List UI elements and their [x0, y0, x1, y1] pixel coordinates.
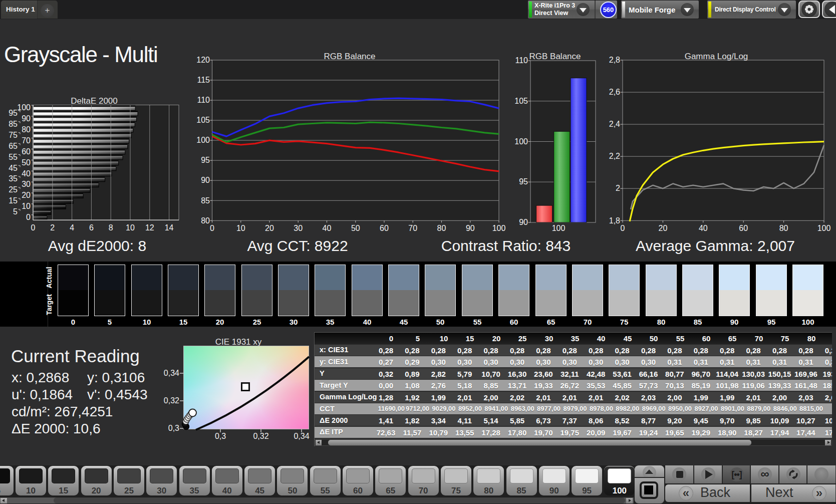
- svg-text:90: 90: [201, 176, 210, 184]
- svg-text:1,8: 1,8: [609, 216, 620, 225]
- svg-text:20: 20: [22, 191, 31, 199]
- svg-text:95: 95: [519, 177, 528, 186]
- svg-text:80: 80: [437, 224, 446, 232]
- svg-text:100: 100: [552, 224, 566, 232]
- svg-text:80: 80: [201, 216, 210, 225]
- svg-text:60: 60: [380, 224, 389, 232]
- svg-text:110: 110: [197, 96, 210, 104]
- svg-text:10: 10: [236, 224, 245, 232]
- svg-text:2: 2: [616, 184, 620, 192]
- svg-text:95: 95: [9, 109, 18, 117]
- svg-text:6: 6: [89, 223, 94, 232]
- svg-text:105: 105: [196, 116, 210, 124]
- svg-text:100: 100: [817, 224, 831, 232]
- svg-text:10: 10: [22, 202, 31, 210]
- svg-text:0,3: 0,3: [215, 432, 226, 440]
- svg-text:0,32: 0,32: [253, 432, 268, 440]
- svg-text:50: 50: [22, 158, 31, 167]
- svg-text:0,32: 0,32: [164, 396, 179, 405]
- svg-text:0,3: 0,3: [168, 424, 179, 432]
- svg-text:30: 30: [22, 180, 31, 188]
- svg-text:100: 100: [196, 136, 210, 144]
- svg-text:90: 90: [519, 218, 528, 226]
- svg-text:65: 65: [9, 142, 18, 150]
- svg-text:2,8: 2,8: [609, 56, 620, 64]
- svg-text:70: 70: [22, 136, 31, 145]
- svg-text:40: 40: [699, 224, 708, 232]
- svg-text:95: 95: [201, 156, 210, 164]
- svg-text:0: 0: [210, 224, 214, 232]
- svg-text:40: 40: [22, 169, 31, 178]
- svg-text:2,6: 2,6: [609, 88, 620, 96]
- svg-text:40: 40: [323, 224, 332, 232]
- svg-text:8: 8: [109, 223, 113, 232]
- svg-text:25: 25: [9, 185, 18, 194]
- svg-text:50: 50: [351, 224, 360, 232]
- svg-text:35: 35: [9, 174, 18, 183]
- svg-text:20: 20: [659, 224, 668, 232]
- svg-text:90: 90: [22, 114, 31, 123]
- svg-text:5: 5: [13, 207, 18, 216]
- svg-text:80: 80: [22, 125, 31, 134]
- svg-text:90: 90: [466, 224, 475, 232]
- svg-text:0: 0: [26, 213, 31, 221]
- svg-text:100: 100: [492, 224, 506, 232]
- svg-text:0,34: 0,34: [294, 432, 309, 440]
- svg-text:85: 85: [9, 120, 18, 128]
- svg-text:0: 0: [621, 224, 625, 232]
- svg-text:75: 75: [9, 131, 18, 139]
- svg-text:12: 12: [145, 223, 154, 232]
- svg-text:85: 85: [201, 196, 210, 205]
- svg-text:100: 100: [514, 137, 528, 146]
- svg-text:60: 60: [739, 224, 748, 232]
- svg-text:10: 10: [126, 223, 135, 232]
- svg-text:14: 14: [165, 223, 174, 232]
- svg-text:30: 30: [294, 224, 303, 232]
- svg-text:115: 115: [197, 76, 210, 84]
- svg-text:110: 110: [515, 56, 528, 65]
- svg-text:120: 120: [196, 56, 210, 64]
- svg-text:105: 105: [514, 97, 528, 105]
- svg-text:80: 80: [779, 224, 788, 232]
- svg-text:2,4: 2,4: [609, 120, 620, 128]
- svg-text:60: 60: [22, 147, 31, 156]
- svg-text:0,34: 0,34: [164, 369, 179, 377]
- svg-text:4: 4: [70, 223, 74, 232]
- svg-text:2,2: 2,2: [609, 152, 620, 160]
- svg-text:2: 2: [50, 223, 55, 232]
- svg-text:70: 70: [408, 224, 417, 232]
- svg-text:15: 15: [9, 196, 18, 205]
- svg-text:55: 55: [9, 153, 18, 161]
- svg-text:45: 45: [9, 164, 18, 172]
- svg-text:20: 20: [265, 224, 274, 232]
- svg-text:0: 0: [31, 223, 36, 232]
